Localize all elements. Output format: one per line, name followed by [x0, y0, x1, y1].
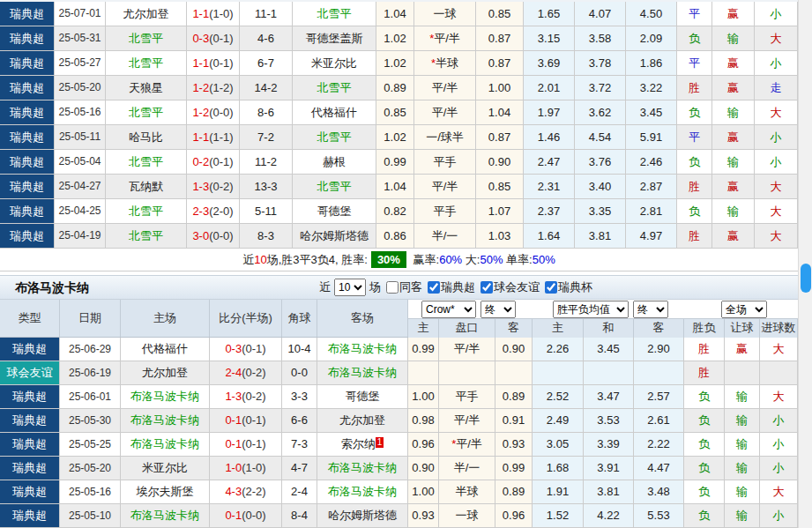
away-team-name[interactable]: 哥德堡盖斯 [306, 32, 363, 45]
away-team[interactable]: 北雪平 [293, 2, 376, 26]
home-team-name[interactable]: 尤尔加登 [123, 7, 169, 20]
away-team-name[interactable]: 北雪平 [317, 130, 352, 144]
home-team[interactable]: 布洛马波卡纳 [121, 409, 210, 432]
home-team[interactable]: 北雪平 [106, 150, 187, 174]
away-team[interactable]: 哥德堡 [293, 199, 376, 223]
home-team[interactable]: 哈马比 [106, 125, 187, 149]
away-team[interactable]: 哥德堡盖斯 [293, 26, 376, 50]
away-team[interactable]: 米亚尔比 [293, 51, 376, 75]
away-team[interactable]: 哥德堡 [317, 385, 408, 408]
home-team[interactable]: 北雪平 [106, 224, 187, 248]
home-team[interactable]: 米亚尔比 [121, 457, 210, 480]
away-team-name[interactable]: 赫根 [323, 155, 346, 168]
halftime-score: (0-1) [209, 32, 233, 45]
filter-checkbox[interactable] [386, 281, 399, 294]
home-team-name[interactable]: 布洛马波卡纳 [130, 437, 199, 450]
home-team[interactable]: 天狼星 [106, 76, 187, 100]
away-team-name[interactable]: 布洛马波卡纳 [328, 485, 397, 498]
away-team[interactable]: 索尔纳1 [317, 433, 408, 456]
scope-select[interactable]: 全场 [721, 301, 767, 318]
home-team-name[interactable]: 布洛马波卡纳 [130, 390, 199, 403]
home-team-name[interactable]: 埃尔夫斯堡 [137, 485, 194, 498]
recent-count-select[interactable]: 10 [334, 279, 366, 296]
away-team[interactable]: 布洛马波卡纳 [317, 480, 408, 503]
home-team-name[interactable]: 北雪平 [129, 155, 163, 168]
home-team[interactable]: 北雪平 [106, 26, 187, 50]
away-team[interactable]: 布洛马波卡纳 [317, 361, 408, 384]
home-team-name[interactable]: 代格福什 [142, 342, 188, 355]
away-team-name[interactable]: 哈尔姆斯塔德 [328, 509, 397, 522]
away-team-name[interactable]: 布洛马波卡纳 [328, 342, 397, 355]
filter-checkbox[interactable] [428, 281, 440, 294]
fulltime-score: 0-3 [225, 342, 242, 355]
result-wdl: 负 [684, 433, 725, 456]
home-team[interactable]: 布洛马波卡纳 [121, 385, 210, 408]
away-team-name[interactable]: 布洛马波卡纳 [328, 366, 397, 379]
home-team[interactable]: 代格福什 [121, 338, 210, 361]
home-team[interactable]: 北雪平 [106, 199, 187, 223]
scrollbar-thumb[interactable] [801, 264, 811, 293]
summary-segment: 30% [371, 251, 406, 268]
away-team-name[interactable]: 米亚尔比 [311, 56, 357, 70]
home-team-name[interactable]: 尤尔加登 [142, 366, 188, 379]
away-team-name[interactable]: 哥德堡 [317, 205, 352, 218]
away-team[interactable]: 布洛马波卡纳 [317, 338, 408, 361]
home-team[interactable]: 尤尔加登 [106, 2, 187, 26]
away-team[interactable]: 尤尔加登 [317, 409, 408, 432]
filter-checkbox[interactable] [480, 281, 493, 294]
column-header: 主场 [121, 300, 210, 337]
away-team-name[interactable]: 代格福什 [311, 106, 357, 119]
away-team[interactable]: 布洛马波卡纳 [317, 457, 408, 480]
away-team-name[interactable]: 索尔纳 [341, 437, 376, 450]
home-team-name[interactable]: 北雪平 [129, 205, 163, 218]
avg-odds-select[interactable]: 胜平负均值 [553, 301, 629, 318]
home-team-name[interactable]: 北雪平 [129, 56, 163, 70]
home-team[interactable]: 布洛马波卡纳 [121, 433, 210, 456]
away-team[interactable]: 北雪平 [293, 175, 376, 198]
home-team[interactable]: 瓦纳默 [106, 175, 187, 198]
away-team-name[interactable]: 布洛马波卡纳 [328, 461, 397, 474]
home-team[interactable]: 埃尔夫斯堡 [121, 480, 210, 503]
away-team[interactable]: 北雪平 [293, 76, 376, 100]
home-team-name[interactable]: 布洛马波卡纳 [130, 509, 199, 522]
filter-checkbox-item[interactable]: 球会友谊 [480, 279, 540, 295]
home-team-name[interactable]: 北雪平 [129, 32, 163, 45]
away-team-name[interactable]: 北雪平 [317, 7, 352, 20]
home-team[interactable]: 北雪平 [106, 100, 187, 124]
away-team[interactable]: 北雪平 [293, 125, 376, 149]
home-team[interactable]: 尤尔加登 [121, 361, 210, 384]
home-team-name[interactable]: 天狼星 [129, 81, 163, 94]
filter-checkbox-item[interactable]: 瑞典超 [428, 279, 475, 295]
away-team[interactable]: 哈尔姆斯塔德 [293, 224, 376, 248]
home-team-name[interactable]: 布洛马波卡纳 [130, 413, 199, 427]
home-team-name[interactable]: 米亚尔比 [142, 461, 188, 474]
filter-checkbox[interactable] [545, 281, 557, 294]
final-avg-select[interactable]: 终 [633, 301, 668, 318]
home-water-odds: 0.90 [408, 457, 439, 480]
home-team-name[interactable]: 北雪平 [129, 229, 163, 242]
match-row: 瑞典超25-06-29代格福什0-3(0-1)10-4布洛马波卡纳0.99平/半… [0, 338, 798, 361]
away-team-name[interactable]: 哥德堡 [346, 390, 380, 403]
result-wdl: 胜 [677, 175, 712, 198]
avg-away-odds: 5.53 [634, 504, 684, 527]
away-team-name[interactable]: 尤尔加登 [339, 413, 385, 427]
home-team[interactable]: 布洛马波卡纳 [121, 504, 210, 527]
away-team-name[interactable]: 北雪平 [317, 180, 352, 193]
away-team-name[interactable]: 北雪平 [317, 81, 352, 94]
away-team[interactable]: 哈尔姆斯塔德 [317, 504, 408, 527]
home-water-odds: 1.04 [376, 175, 414, 198]
odds-company-select[interactable]: Crow* [421, 301, 476, 318]
away-team[interactable]: 赫根 [293, 150, 376, 174]
result-wdl: 平 [677, 125, 712, 149]
filter-checkbox-item[interactable]: 同客 [386, 279, 422, 295]
avg-draw-odds: 3.58 [575, 26, 626, 50]
home-team-name[interactable]: 哈马比 [129, 130, 163, 144]
final-odds-select[interactable]: 终 [480, 301, 516, 318]
home-team-name[interactable]: 瓦纳默 [129, 180, 163, 193]
scrollbar-track[interactable] [798, 0, 812, 528]
home-team-name[interactable]: 北雪平 [129, 106, 163, 119]
filter-checkbox-item[interactable]: 瑞典杯 [545, 279, 592, 295]
away-team-name[interactable]: 哈尔姆斯塔德 [300, 229, 369, 242]
away-team[interactable]: 代格福什 [293, 100, 376, 124]
home-team[interactable]: 北雪平 [106, 51, 187, 75]
